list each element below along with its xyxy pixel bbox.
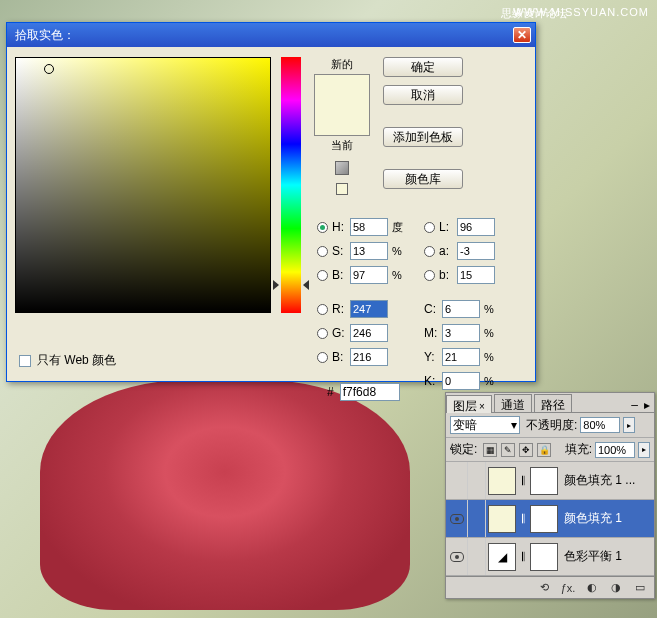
bb-label: B: <box>332 350 346 364</box>
mask-thumb-icon[interactable] <box>530 543 558 571</box>
tab-layers-label: 图层 <box>453 399 477 413</box>
panel-footer: ⟲ ƒx. ◐ ◑ ▭ <box>446 576 654 598</box>
color-picker-dialog: 拾取实色： ✕ 新的 当前 确定 取消 添加到 <box>6 22 536 382</box>
new-adj-icon[interactable]: ◑ <box>608 581 624 595</box>
lock-transparency-icon[interactable]: ▦ <box>483 443 497 457</box>
r-label: R: <box>332 302 346 316</box>
bb-radio[interactable] <box>317 352 328 363</box>
layer-name[interactable]: 颜色填充 1 <box>560 510 654 527</box>
visibility-toggle[interactable] <box>446 462 468 499</box>
r-radio[interactable] <box>317 304 328 315</box>
lab-b-radio[interactable] <box>424 270 435 281</box>
y-unit: % <box>484 351 500 363</box>
visibility-toggle[interactable] <box>446 538 468 575</box>
eye-icon <box>450 552 464 562</box>
fill-flyout-icon[interactable]: ▸ <box>638 442 650 458</box>
watermark-forum: 思缘设计论坛 <box>501 6 567 21</box>
add-mask-icon[interactable]: ◐ <box>584 581 600 595</box>
m-input[interactable] <box>442 324 480 342</box>
cancel-button[interactable]: 取消 <box>383 85 463 105</box>
link-col[interactable] <box>468 500 486 537</box>
h-radio[interactable] <box>317 222 328 233</box>
hue-slider[interactable] <box>281 57 301 313</box>
hue-slider-right-icon <box>303 280 309 290</box>
mask-thumb-icon[interactable] <box>530 505 558 533</box>
web-only-checkbox[interactable] <box>19 355 31 367</box>
link-col[interactable] <box>468 538 486 575</box>
m-unit: % <box>484 327 500 339</box>
layer-name[interactable]: 色彩平衡 1 <box>560 548 654 565</box>
color-preview <box>314 74 370 136</box>
k-label: K: <box>424 374 438 388</box>
layer-fx-icon[interactable]: ƒx. <box>560 581 576 595</box>
k-input[interactable] <box>442 372 480 390</box>
b-input[interactable] <box>350 266 388 284</box>
gamut-cube-icon[interactable] <box>335 161 349 175</box>
s-label: S: <box>332 244 346 258</box>
h-input[interactable] <box>350 218 388 236</box>
y-input[interactable] <box>442 348 480 366</box>
blend-mode-select[interactable]: 变暗▾ <box>450 416 520 434</box>
link-icon: 𝄃 <box>518 550 528 564</box>
lab-b-input[interactable] <box>457 266 495 284</box>
layer-row[interactable]: 𝄃 颜色填充 1 <box>446 500 654 538</box>
saturation-value-field[interactable] <box>15 57 271 313</box>
new-group-icon[interactable]: ▭ <box>632 581 648 595</box>
tab-layers[interactable]: 图层× <box>446 395 492 413</box>
link-layers-icon[interactable]: ⟲ <box>536 581 552 595</box>
adj-thumb-icon[interactable]: ◢ <box>488 543 516 571</box>
link-col[interactable] <box>468 462 486 499</box>
s-radio[interactable] <box>317 246 328 257</box>
c-input[interactable] <box>442 300 480 318</box>
r-input[interactable] <box>350 300 388 318</box>
l-radio[interactable] <box>424 222 435 233</box>
tab-close-icon[interactable]: × <box>479 401 485 412</box>
ok-button[interactable]: 确定 <box>383 57 463 77</box>
b-radio[interactable] <box>317 270 328 281</box>
eye-icon <box>450 514 464 524</box>
color-libraries-button[interactable]: 颜色库 <box>383 169 463 189</box>
lock-label: 锁定: <box>450 441 477 458</box>
layer-list: 𝄃 颜色填充 1 ... 𝄃 颜色填充 1 ◢ 𝄃 色彩平衡 1 <box>446 462 654 576</box>
panel-minimize-icon[interactable]: – <box>631 398 638 412</box>
link-icon: 𝄃 <box>518 474 528 488</box>
lock-pixels-icon[interactable]: ✎ <box>501 443 515 457</box>
a-label: a: <box>439 244 453 258</box>
websafe-swatch-icon[interactable] <box>336 183 348 195</box>
add-swatches-button[interactable]: 添加到色板 <box>383 127 463 147</box>
dialog-titlebar[interactable]: 拾取实色： ✕ <box>7 23 535 47</box>
visibility-toggle[interactable] <box>446 500 468 537</box>
b-unit: % <box>392 269 408 281</box>
tab-paths[interactable]: 路径 <box>534 394 572 412</box>
lock-position-icon[interactable]: ✥ <box>519 443 533 457</box>
g-label: G: <box>332 326 346 340</box>
a-input[interactable] <box>457 242 495 260</box>
link-icon: 𝄃 <box>518 512 528 526</box>
new-color-label: 新的 <box>331 57 353 72</box>
l-input[interactable] <box>457 218 495 236</box>
chevron-down-icon: ▾ <box>511 418 517 432</box>
layer-row[interactable]: 𝄃 颜色填充 1 ... <box>446 462 654 500</box>
layer-name[interactable]: 颜色填充 1 ... <box>560 472 654 489</box>
tab-channels[interactable]: 通道 <box>494 394 532 412</box>
opacity-flyout-icon[interactable]: ▸ <box>623 417 635 433</box>
layer-thumb-icon[interactable] <box>488 505 516 533</box>
close-button[interactable]: ✕ <box>513 27 531 43</box>
layer-thumb-icon[interactable] <box>488 467 516 495</box>
lock-all-icon[interactable]: 🔒 <box>537 443 551 457</box>
s-input[interactable] <box>350 242 388 260</box>
panel-menu-icon[interactable]: ▸ <box>644 398 650 412</box>
current-color-swatch[interactable] <box>315 105 369 135</box>
h-label: H: <box>332 220 346 234</box>
fill-input[interactable] <box>595 442 635 458</box>
layers-panel: 图层× 通道 路径 –▸ 变暗▾ 不透明度:▸ 锁定: ▦ ✎ ✥ 🔒 填充:▸… <box>445 392 655 599</box>
a-radio[interactable] <box>424 246 435 257</box>
hex-input[interactable] <box>340 383 400 401</box>
mask-thumb-icon[interactable] <box>530 467 558 495</box>
g-radio[interactable] <box>317 328 328 339</box>
g-input[interactable] <box>350 324 388 342</box>
layer-row[interactable]: ◢ 𝄃 色彩平衡 1 <box>446 538 654 576</box>
bb-input[interactable] <box>350 348 388 366</box>
panel-tabs: 图层× 通道 路径 –▸ <box>446 393 654 413</box>
opacity-input[interactable] <box>580 417 620 433</box>
